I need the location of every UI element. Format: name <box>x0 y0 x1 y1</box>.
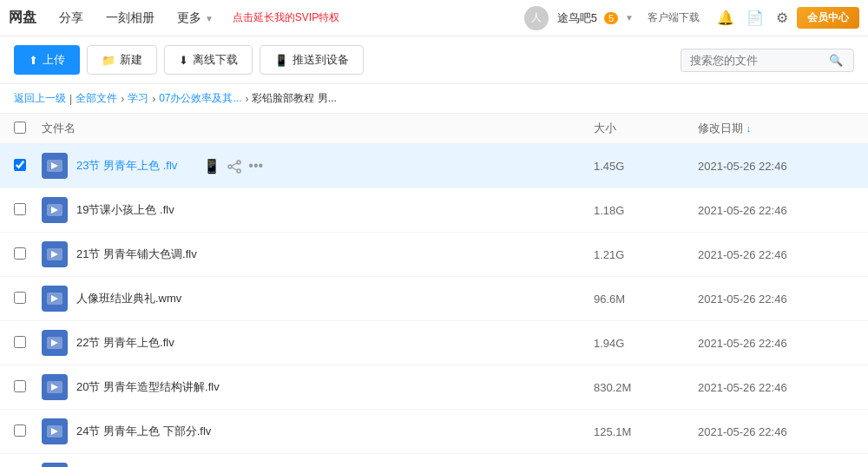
table-row[interactable]: 20节 男青年造型结构讲解.flv 830.2M 2021-05-26 22:4… <box>0 365 868 410</box>
row-checkbox[interactable] <box>14 424 42 439</box>
settings-icon[interactable]: ⚙ <box>773 10 792 26</box>
file-name-cell: 人像班结业典礼.wmv <box>42 286 594 312</box>
breadcrumb-path2[interactable]: 07办公效率及其... <box>159 91 241 106</box>
file-name: 22节 男青年上色.flv <box>76 335 174 351</box>
logo: 网盘 <box>9 9 36 27</box>
file-name: 24节 男青年上色 下部分.flv <box>76 424 211 439</box>
search-input[interactable] <box>690 54 829 67</box>
file-type-icon <box>42 418 68 444</box>
select-all-checkbox[interactable] <box>14 122 26 134</box>
table-row[interactable]: 24节 男青年上色 下部分.flv 125.1M 2021-05-26 22:4… <box>0 410 868 454</box>
upload-icon: ⬆ <box>29 54 38 67</box>
file-size: 96.6M <box>594 293 698 306</box>
svg-point-4 <box>237 169 240 173</box>
file-actions: 📱 ••• <box>203 158 263 174</box>
file-rows-container: 23节 男青年上色 .flv 📱 ••• 1.45G 2021-05-26 22… <box>0 144 868 467</box>
new-button[interactable]: 📁 新建 <box>87 45 157 75</box>
table-row[interactable]: 22节 男青年上色.flv 1.94G 2021-05-26 22:46 <box>0 321 868 365</box>
file-date: 2021-05-26 22:46 <box>698 293 854 306</box>
sort-icon: ↓ <box>746 123 752 134</box>
file-name-cell: 21节 男青年铺大色调.flv <box>42 241 594 267</box>
svg-point-2 <box>237 161 240 164</box>
new-icon: 📁 <box>102 54 115 67</box>
nav-promo[interactable]: 点击延长我的SVIP特权 <box>233 10 339 25</box>
file-name: 19节课小孩上色 .flv <box>76 202 174 218</box>
search-icon: 🔍 <box>829 54 843 67</box>
file-name-cell: 22节 男青年上色.flv <box>42 330 594 356</box>
toolbar: ⬆ 上传 📁 新建 ⬇ 离线下载 📱 推送到设备 🔍 <box>0 36 868 84</box>
chevron-down-icon-user[interactable]: ▼ <box>625 13 634 23</box>
table-row[interactable]: 19节课小孩上色 .flv 1.18G 2021-05-26 22:46 <box>0 188 868 233</box>
table-row[interactable]: 23节 男青年上色 .flv 📱 ••• 1.45G 2021-05-26 22… <box>0 144 868 188</box>
file-size: 830.2M <box>594 381 698 394</box>
row-checkbox[interactable] <box>14 292 42 306</box>
file-type-icon <box>42 374 68 400</box>
nav-more[interactable]: 更多 ▼ <box>168 7 222 30</box>
nav-coins: 5 <box>604 12 618 24</box>
row-checkbox[interactable] <box>14 203 42 218</box>
file-name-cell: 24节 男青年上色 下部分.flv <box>42 418 594 444</box>
vip-button[interactable]: 会员中心 <box>797 7 859 29</box>
file-type-icon <box>42 463 68 467</box>
breadcrumb: 返回上一级 | 全部文件 › 学习 › 07办公效率及其... › 彩铅脸部教程… <box>0 84 868 114</box>
file-name: 人像班结业典礼.wmv <box>76 291 181 306</box>
breadcrumb-all-files[interactable]: 全部文件 <box>76 91 117 106</box>
svg-line-5 <box>232 163 237 166</box>
search-box[interactable]: 🔍 <box>681 49 854 72</box>
doc-icon[interactable]: 📄 <box>743 10 767 26</box>
file-size: 1.45G <box>594 160 698 173</box>
nav-share[interactable]: 分享 <box>50 7 92 30</box>
file-date: 2021-05-26 22:46 <box>698 425 854 438</box>
file-type-icon <box>42 197 68 223</box>
file-name-cell: 23节 男青年上色 .flv 📱 ••• <box>42 153 594 179</box>
row-checkbox[interactable] <box>14 380 42 395</box>
file-size: 1.21G <box>594 248 698 261</box>
file-date: 2021-05-26 22:46 <box>698 160 854 173</box>
bell-icon[interactable]: 🔔 <box>713 10 738 26</box>
mobile-icon[interactable]: 📱 <box>203 158 220 174</box>
svg-line-6 <box>232 168 237 170</box>
table-row[interactable]: 24节 男青年上色 上部分.flv 757.6M 2021-05-21 <box>0 454 868 467</box>
file-list: 文件名 大小 修改日期 ↓ 23节 男青年上色 .flv 📱 <box>0 114 868 467</box>
upload-button[interactable]: ⬆ 上传 <box>14 45 80 75</box>
table-row[interactable]: 21节 男青年铺大色调.flv 1.21G 2021-05-26 22:46 <box>0 233 868 277</box>
file-name: 23节 男青年上色 .flv <box>76 158 177 174</box>
row-checkbox[interactable] <box>14 336 42 351</box>
col-size-header: 大小 <box>594 121 698 136</box>
table-row[interactable]: 人像班结业典礼.wmv 96.6M 2021-05-26 22:46 <box>0 277 868 321</box>
svg-point-3 <box>228 165 232 168</box>
file-type-icon <box>42 286 68 312</box>
file-date: 2021-05-26 22:46 <box>698 381 854 394</box>
col-date-header: 修改日期 ↓ <box>698 121 854 136</box>
file-name-cell: 20节 男青年造型结构讲解.flv <box>42 374 594 400</box>
more-icon[interactable]: ••• <box>248 158 263 174</box>
nav-download-client[interactable]: 客户端下载 <box>639 8 708 28</box>
offline-download-button[interactable]: ⬇ 离线下载 <box>164 45 253 75</box>
file-type-icon <box>42 153 68 179</box>
table-header: 文件名 大小 修改日期 ↓ <box>0 114 868 144</box>
row-checkbox[interactable] <box>14 159 42 174</box>
file-size: 125.1M <box>594 425 698 438</box>
breadcrumb-back[interactable]: 返回上一级 <box>14 91 66 106</box>
file-date: 2021-05-26 22:46 <box>698 248 854 261</box>
file-name-cell: 19节课小孩上色 .flv <box>42 197 594 223</box>
file-type-icon <box>42 241 68 267</box>
file-date: 2021-05-26 22:46 <box>698 337 854 350</box>
file-name: 21节 男青年铺大色调.flv <box>76 247 197 262</box>
nav-moment[interactable]: 一刻相册 <box>97 7 163 30</box>
top-nav: 网盘 分享 一刻相册 更多 ▼ 点击延长我的SVIP特权 人 途鸟吧5 5 ▼ … <box>0 0 868 36</box>
file-size: 1.94G <box>594 337 698 350</box>
file-name: 20节 男青年造型结构讲解.flv <box>76 379 220 395</box>
col-name-header: 文件名 <box>42 121 594 136</box>
nav-username[interactable]: 途鸟吧5 <box>557 10 597 26</box>
file-date: 2021-05-26 22:46 <box>698 204 854 217</box>
chevron-down-icon: ▼ <box>205 14 214 23</box>
send-icon: 📱 <box>274 54 288 67</box>
send-to-device-button[interactable]: 📱 推送到设备 <box>260 45 364 75</box>
download-icon: ⬇ <box>179 54 188 67</box>
file-name-cell: 24节 男青年上色 上部分.flv <box>42 463 594 467</box>
file-type-icon <box>42 330 68 356</box>
share-icon[interactable] <box>227 158 241 174</box>
row-checkbox[interactable] <box>14 247 42 262</box>
breadcrumb-path1[interactable]: 学习 <box>128 91 148 106</box>
